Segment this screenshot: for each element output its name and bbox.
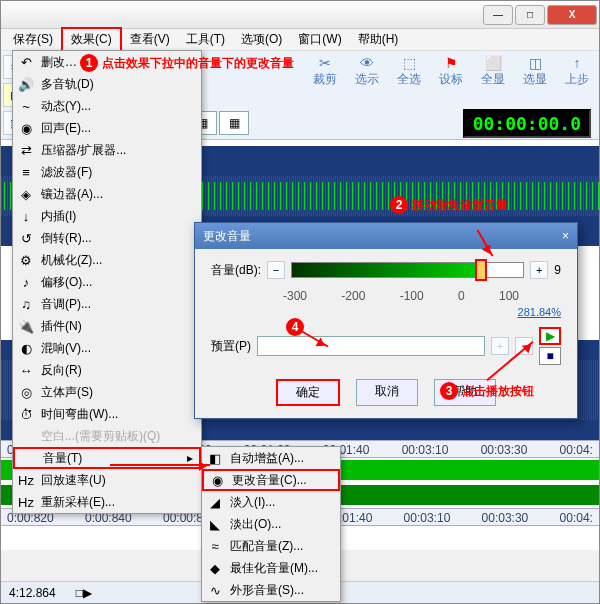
dialog-title: 更改音量 — [203, 228, 251, 245]
menu-item[interactable]: 🔌插件(N) — [13, 315, 201, 337]
preset-add-icon[interactable]: + — [491, 337, 509, 355]
menu-label: 时间弯曲(W)... — [41, 406, 118, 423]
menu-label: 自动增益(A)... — [230, 450, 304, 467]
preset-label: 预置(P) — [211, 338, 251, 355]
menu-item[interactable]: ◎立体声(S) — [13, 381, 201, 403]
minimize-button[interactable]: — — [483, 5, 513, 25]
menu-icon: ≡ — [15, 163, 37, 181]
menu-effect[interactable]: 效果(C) — [61, 27, 122, 52]
submenu-item[interactable]: ◆最佳化音量(M)... — [202, 557, 340, 579]
submenu-item[interactable]: ◧自动增益(A)... — [202, 447, 340, 469]
menu-item[interactable]: ◐混响(V)... — [13, 337, 201, 359]
menu-icon: ↺ — [15, 229, 37, 247]
menu-item[interactable]: ◈镶边器(A)... — [13, 183, 201, 205]
menu-window[interactable]: 窗口(W) — [290, 29, 349, 50]
volume-slider[interactable] — [291, 262, 524, 278]
menu-label: 机械化(Z)... — [41, 252, 102, 269]
menu-item[interactable]: ↓内插(I) — [13, 205, 201, 227]
slider-tick: 100 — [499, 289, 519, 303]
volume-value: 9 — [554, 263, 561, 277]
menu-view[interactable]: 查看(V) — [122, 29, 178, 50]
ruler-tick: 00:03:10 — [404, 511, 451, 523]
menu-item[interactable]: Hz重新采样(E)... — [13, 491, 201, 513]
close-button[interactable]: X — [547, 5, 597, 25]
menu-icon: ≈ — [204, 537, 226, 555]
stop-button[interactable]: ■ — [539, 347, 561, 365]
menu-item[interactable]: ◉回声(E)... — [13, 117, 201, 139]
menu-item[interactable]: ~动态(Y)... — [13, 95, 201, 117]
minus-button[interactable]: − — [267, 261, 285, 279]
maximize-button[interactable]: □ — [515, 5, 545, 25]
menu-icon: ♫ — [15, 295, 37, 313]
menu-item[interactable]: ♫音调(P)... — [13, 293, 201, 315]
slider-tick: -200 — [341, 289, 365, 303]
submenu-item[interactable]: ◢淡入(I)... — [202, 491, 340, 513]
preset-dropdown[interactable] — [257, 336, 485, 356]
plus-button[interactable]: + — [530, 261, 548, 279]
menu-item[interactable]: ↺倒转(R)... — [13, 227, 201, 249]
menu-icon: ◣ — [204, 515, 226, 533]
btn-allsel[interactable]: ⬚全选 — [389, 55, 429, 79]
cancel-button[interactable]: 取消 — [356, 379, 418, 406]
menu-item[interactable]: ≡滤波器(F) — [13, 161, 201, 183]
ruler-tick: 00:04: — [560, 443, 593, 455]
menu-label: 内插(I) — [41, 208, 76, 225]
annotation-2: 2移动滑块设置音量 — [390, 196, 508, 214]
menu-item[interactable]: 🔊多音轨(D) — [13, 73, 201, 95]
menu-label: 回放速率(U) — [41, 472, 106, 489]
menu-icon: ⇄ — [15, 141, 37, 159]
btn-show[interactable]: 👁选示 — [347, 55, 387, 79]
menu-label: 镶边器(A)... — [41, 186, 103, 203]
menu-icon: ◎ — [15, 383, 37, 401]
slider-tick: -100 — [400, 289, 424, 303]
submenu-item[interactable]: ◣淡出(O)... — [202, 513, 340, 535]
menu-item[interactable]: ⇄压缩器/扩展器... — [13, 139, 201, 161]
btn-allshow[interactable]: ⬜全显 — [473, 55, 513, 79]
btn-setting[interactable]: ⚑设标 — [431, 55, 471, 79]
menubar: 保存(S) 效果(C) 查看(V) 工具(T) 选项(O) 窗口(W) 帮助(H… — [1, 29, 599, 51]
submenu-item[interactable]: ≈匹配音量(Z)... — [202, 535, 340, 557]
menu-icon: ◈ — [15, 185, 37, 203]
menu-tools[interactable]: 工具(T) — [178, 29, 233, 50]
menu-icon: Hz — [15, 493, 37, 511]
menu-label: 立体声(S) — [41, 384, 93, 401]
menu-label: 滤波器(F) — [41, 164, 92, 181]
btn-chooseshow[interactable]: ◫选显 — [515, 55, 555, 79]
window-titlebar: — □ X — [1, 1, 599, 29]
rec-icon[interactable]: ▦ — [219, 111, 249, 135]
menu-save[interactable]: 保存(S) — [5, 29, 61, 50]
ok-button[interactable]: 确定 — [276, 379, 340, 406]
menu-options[interactable]: 选项(O) — [233, 29, 290, 50]
menu-item[interactable]: Hz回放速率(U) — [13, 469, 201, 491]
menu-item[interactable]: 空白...(需要剪贴板)(Q) — [13, 425, 201, 447]
percent-value[interactable]: 281.84% — [518, 306, 561, 318]
slider-thumb[interactable] — [475, 259, 487, 281]
menu-help[interactable]: 帮助(H) — [350, 29, 407, 50]
menu-icon: ↔ — [15, 361, 37, 379]
ruler-tick: 00:04: — [560, 511, 593, 523]
menu-icon: ◐ — [15, 339, 37, 357]
menu-label: 删改… — [41, 54, 77, 71]
menu-label: 偏移(O)... — [41, 274, 92, 291]
volume-submenu: ◧自动增益(A)...◉更改音量(C)...◢淡入(I)...◣淡出(O)...… — [201, 446, 341, 602]
menu-icon: ♪ — [15, 273, 37, 291]
btn-up[interactable]: ↑上步 — [557, 55, 597, 79]
menu-item[interactable]: ↔反向(R) — [13, 359, 201, 381]
menu-icon: ⏱ — [15, 405, 37, 423]
submenu-item[interactable]: ◉更改音量(C)... — [202, 469, 340, 491]
menu-item[interactable]: ⚙机械化(Z)... — [13, 249, 201, 271]
menu-icon: ◉ — [206, 471, 228, 489]
slider-tick: -300 — [283, 289, 307, 303]
menu-label: 淡入(I)... — [230, 494, 275, 511]
ruler-tick: 00:03:10 — [402, 443, 449, 455]
menu-icon: Hz — [15, 471, 37, 489]
dialog-close-icon[interactable]: × — [562, 229, 569, 243]
menu-item[interactable]: ⏱时间弯曲(W)... — [13, 403, 201, 425]
btn-cut[interactable]: ✂裁剪 — [305, 55, 345, 79]
menu-label: 回声(E)... — [41, 120, 91, 137]
arrow-1 — [110, 464, 210, 466]
submenu-item[interactable]: ∿外形音量(S)... — [202, 579, 340, 601]
status-position: 4:12.864 — [9, 586, 56, 600]
play-button[interactable]: ▶ — [539, 327, 561, 345]
menu-item[interactable]: ♪偏移(O)... — [13, 271, 201, 293]
